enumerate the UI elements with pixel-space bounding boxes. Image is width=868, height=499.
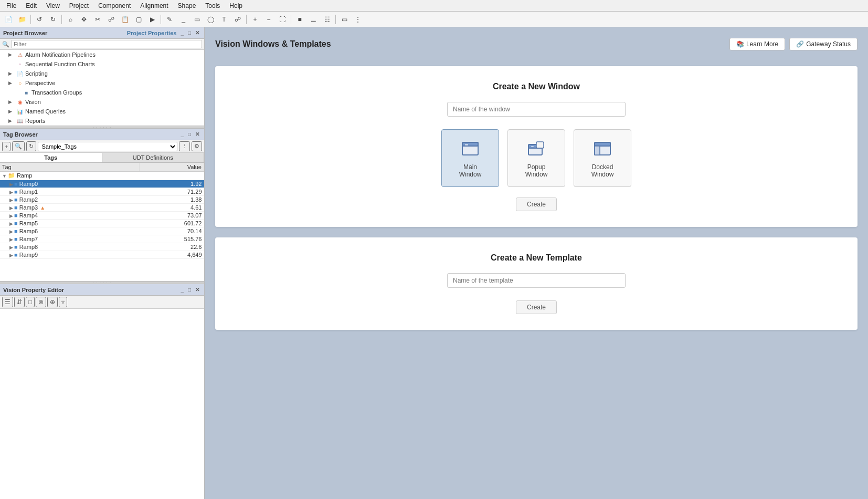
window-type-docked[interactable]: Docked Window: [574, 129, 631, 187]
tree-item-scripting[interactable]: ▶ 📄 Scripting: [0, 69, 204, 78]
tag-minimize-btn[interactable]: _: [179, 131, 185, 138]
menu-help[interactable]: Help: [225, 1, 247, 11]
menu-tools[interactable]: Tools: [201, 1, 224, 11]
toolbar-open[interactable]: 📁: [16, 14, 28, 25]
toolbar-shape[interactable]: ▭: [190, 14, 203, 25]
toolbar-new[interactable]: 📄: [2, 14, 15, 25]
table-row[interactable]: ▶■Ramp171.29: [0, 188, 204, 196]
toolbar-distribute[interactable]: ⚊: [307, 14, 320, 25]
table-row[interactable]: ▶■Ramp01.92: [0, 180, 204, 188]
table-row[interactable]: ▶■Ramp94,649: [0, 251, 204, 259]
menu-component[interactable]: Component: [94, 1, 135, 11]
tree-item-named-queries[interactable]: ▶ 📊 Named Queries: [0, 107, 204, 116]
prop-minimize-btn[interactable]: _: [179, 286, 185, 293]
project-browser-filter[interactable]: [11, 40, 202, 48]
window-name-input[interactable]: [447, 102, 626, 117]
gateway-status-btn[interactable]: 🔗 Gateway Status: [789, 38, 858, 50]
tree-item-reports[interactable]: ▶ 📖 Reports: [0, 116, 204, 126]
table-row[interactable]: ▼📁Ramp: [0, 172, 204, 180]
table-row[interactable]: ▶■Ramp670.14: [0, 227, 204, 235]
toolbar-align[interactable]: ■: [293, 14, 306, 25]
toolbar-anchor[interactable]: ☍: [231, 14, 244, 25]
toolbar-layers[interactable]: ▭: [338, 14, 351, 25]
tree-item-sfc[interactable]: ▫ Sequential Function Charts: [0, 59, 204, 69]
row-arrow: ▶: [9, 221, 13, 226]
tree-item-transaction[interactable]: ■ Transaction Groups: [0, 88, 204, 97]
prop-editor-header: Vision Property Editor _ □ ✕: [0, 284, 204, 296]
toolbar-select[interactable]: ⌕: [64, 14, 77, 25]
tab-tags[interactable]: Tags: [0, 153, 102, 162]
prop-tool-plus[interactable]: ⊕: [47, 297, 58, 307]
row-label: Ramp: [17, 172, 32, 179]
close-btn[interactable]: ✕: [194, 29, 201, 36]
tag-table: Tag Value ▼📁Ramp▶■Ramp01.92▶■Ramp171.29▶…: [0, 163, 204, 281]
toolbar-zoom-in[interactable]: +: [249, 14, 261, 25]
prop-maximize-btn[interactable]: □: [186, 286, 193, 293]
col-tag: Tag: [0, 163, 140, 172]
toolbar-zoom-out[interactable]: −: [262, 14, 275, 25]
toolbar-redo[interactable]: ↻: [47, 14, 59, 25]
tag-refresh-btn[interactable]: ↻: [26, 141, 36, 151]
tag-menu-btn[interactable]: ⋮: [179, 141, 190, 151]
table-row[interactable]: ▶■Ramp5601.72: [0, 220, 204, 227]
tag-add-btn[interactable]: +: [2, 142, 10, 151]
prop-close-btn[interactable]: ✕: [194, 286, 201, 293]
toolbar-copy[interactable]: ☍: [105, 14, 118, 25]
table-row[interactable]: ▶■Ramp3▲4.61: [0, 204, 204, 212]
toolbar-undo[interactable]: ↺: [33, 14, 46, 25]
popup-window-label: Popup Window: [518, 163, 554, 178]
tree-item-perspective[interactable]: ▶ ○ Perspective: [0, 78, 204, 88]
project-browser-project-props[interactable]: Project Properties: [125, 29, 178, 37]
toolbar-fit[interactable]: ⛶: [276, 14, 289, 25]
new-template-title: Create a New Template: [231, 253, 842, 263]
menu-view[interactable]: View: [42, 1, 64, 11]
create-template-btn[interactable]: Create: [516, 300, 557, 314]
tab-udt[interactable]: UDT Definitions: [102, 153, 205, 162]
prop-tool-minus[interactable]: ⊗: [36, 297, 46, 307]
gateway-status-label: Gateway Status: [806, 40, 851, 48]
table-row[interactable]: ▶■Ramp21.38: [0, 196, 204, 204]
toolbar-ellipse[interactable]: ◯: [204, 14, 217, 25]
learn-more-btn[interactable]: 📚 Learn More: [729, 38, 785, 50]
toolbar-cut[interactable]: ✂: [91, 14, 104, 25]
prop-tool-filter[interactable]: ▿: [59, 297, 67, 307]
menu-shape[interactable]: Shape: [174, 1, 200, 11]
minimize-btn[interactable]: _: [179, 29, 185, 36]
toolbar-text[interactable]: T: [218, 14, 230, 25]
create-window-btn[interactable]: Create: [516, 197, 557, 211]
menu-edit[interactable]: Edit: [22, 1, 41, 11]
toolbar-pencil[interactable]: ✎: [163, 14, 176, 25]
tag-maximize-btn[interactable]: □: [186, 131, 193, 138]
toolbar-snap[interactable]: ☷: [321, 14, 333, 25]
tree-item-transaction-label: Transaction Groups: [31, 89, 82, 96]
toolbar-more[interactable]: ⋮: [352, 14, 364, 25]
menu-file[interactable]: File: [2, 1, 20, 11]
prop-tool-box[interactable]: □: [26, 297, 35, 307]
window-type-popup[interactable]: Popup Window: [507, 129, 565, 187]
toolbar-move[interactable]: ✥: [78, 14, 90, 25]
table-row[interactable]: ▶■Ramp7515.76: [0, 235, 204, 243]
toolbar-paste[interactable]: 📋: [119, 14, 131, 25]
learn-more-label: Learn More: [746, 40, 778, 48]
tree-item-alarm[interactable]: ▶ ⚠ Alarm Notification Pipelines: [0, 50, 204, 59]
table-row[interactable]: ▶■Ramp822.6: [0, 243, 204, 251]
row-label: Ramp2: [19, 196, 38, 203]
table-row[interactable]: ▶■Ramp473.07: [0, 212, 204, 220]
toolbar-group[interactable]: ▢: [132, 14, 145, 25]
toolbar-play[interactable]: ▶: [146, 14, 158, 25]
row-arrow: ▶: [9, 213, 13, 219]
toolbar-line[interactable]: ⎯: [177, 14, 189, 25]
tag-search-btn[interactable]: 🔍: [12, 141, 25, 151]
tag-close-btn[interactable]: ✕: [194, 131, 201, 138]
maximize-btn[interactable]: □: [186, 29, 193, 36]
menu-project[interactable]: Project: [65, 1, 93, 11]
tree-item-vision[interactable]: ▶ ◉ Vision: [0, 97, 204, 107]
prop-tool-sort[interactable]: ⇵: [14, 297, 25, 307]
menu-alignment[interactable]: Alignment: [136, 1, 172, 11]
tree-arrow: ▶: [8, 52, 15, 57]
window-type-main[interactable]: Main Window: [441, 129, 499, 187]
template-name-input[interactable]: [447, 273, 626, 288]
tag-source-select[interactable]: Sample_Tags: [38, 142, 177, 151]
tag-settings-btn[interactable]: ⚙: [192, 141, 202, 151]
prop-tool-list[interactable]: ☰: [2, 297, 13, 307]
